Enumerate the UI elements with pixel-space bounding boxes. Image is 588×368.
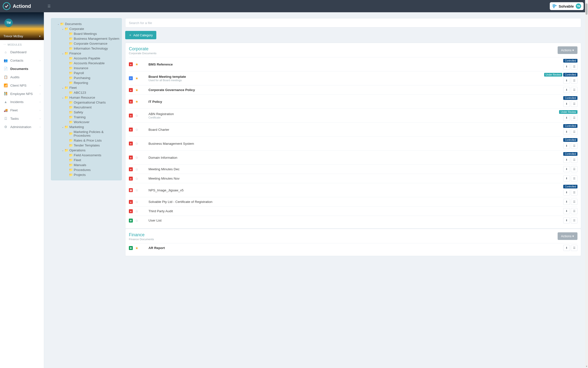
details-button[interactable]: ☰ bbox=[571, 245, 577, 251]
tree-item[interactable]: 📁Accounts Receivable bbox=[52, 61, 121, 66]
doc-name[interactable]: Third Party Audit bbox=[148, 209, 561, 213]
doc-name[interactable]: Meeting Minutes Dec bbox=[148, 167, 561, 171]
details-button[interactable]: ☰ bbox=[571, 129, 577, 135]
download-button[interactable]: ⬇ bbox=[563, 101, 570, 107]
download-button[interactable]: ⬇ bbox=[563, 87, 570, 93]
download-button[interactable]: ⬇ bbox=[563, 129, 570, 135]
actions-button[interactable]: Actions ▾ bbox=[558, 232, 577, 240]
add-category-button[interactable]: ＋ Add Category bbox=[125, 31, 156, 39]
details-button[interactable]: ☰ bbox=[571, 189, 577, 196]
download-button[interactable]: ⬇ bbox=[563, 245, 570, 251]
tree-item[interactable]: ⌄📁Corporate bbox=[52, 26, 121, 31]
star-icon[interactable]: ★ bbox=[135, 76, 139, 80]
sidebar-item-audits[interactable]: 📋 Audits bbox=[0, 73, 44, 81]
download-button[interactable]: ⬇ bbox=[563, 166, 570, 172]
star-icon[interactable]: ★ bbox=[135, 100, 139, 104]
tree-item[interactable]: ⌄📁Fleet bbox=[52, 85, 121, 90]
star-icon[interactable]: ☆ bbox=[135, 219, 139, 223]
doc-name[interactable]: Meeting Minutes Nov bbox=[148, 177, 561, 180]
tree-item[interactable]: 📁Procedures bbox=[52, 167, 121, 172]
sidebar-item-incidents[interactable]: ▲ Incidents › bbox=[0, 98, 44, 106]
tree-item[interactable]: 📁Manuals bbox=[52, 162, 121, 167]
menu-toggle-icon[interactable]: ☰ bbox=[48, 4, 51, 8]
sidebar-item-employee-nps[interactable]: 🧑‍🤝‍🧑 Employee NPS › bbox=[0, 90, 44, 98]
category-title[interactable]: Finance bbox=[129, 232, 154, 237]
details-button[interactable]: ☰ bbox=[571, 199, 577, 205]
details-button[interactable]: ☰ bbox=[571, 115, 577, 121]
doc-name[interactable]: Business Management System bbox=[148, 142, 561, 145]
details-button[interactable]: ☰ bbox=[571, 157, 577, 163]
details-button[interactable]: ☰ bbox=[571, 64, 577, 70]
details-button[interactable]: ☰ bbox=[571, 101, 577, 107]
details-button[interactable]: ☰ bbox=[571, 87, 577, 93]
scroll-thumb[interactable] bbox=[586, 3, 588, 15]
tree-item[interactable]: 📁Marketing Policies & Procedures bbox=[52, 129, 121, 138]
tree-item[interactable]: 📁Workcover bbox=[52, 119, 121, 124]
details-button[interactable]: ☰ bbox=[571, 175, 577, 182]
tree-item[interactable]: 📁Purchasing bbox=[52, 75, 121, 80]
sidebar-item-contacts[interactable]: 👥 Contacts › bbox=[0, 56, 44, 65]
doc-name[interactable]: AR Report bbox=[148, 246, 561, 250]
doc-name[interactable]: ABN Registration bbox=[148, 112, 557, 116]
tree-item[interactable]: 📁Training bbox=[52, 115, 121, 119]
tree-item[interactable]: 📁Corporate Governance bbox=[52, 41, 121, 46]
sidebar-item-fleet[interactable]: 🚚 Fleet › bbox=[0, 106, 44, 114]
star-icon[interactable]: ☆ bbox=[135, 128, 139, 131]
download-button[interactable]: ⬇ bbox=[563, 157, 570, 163]
doc-name[interactable]: BMS Reference bbox=[148, 63, 561, 66]
star-icon[interactable]: ☆ bbox=[135, 167, 139, 171]
star-icon[interactable]: ☆ bbox=[135, 114, 139, 118]
star-icon[interactable]: ★ bbox=[135, 62, 139, 66]
tree-item[interactable]: 📁Organisational Charts bbox=[52, 100, 121, 105]
details-button[interactable]: ☰ bbox=[571, 78, 577, 84]
sidebar-item-administration[interactable]: ⚙ Administration › bbox=[0, 123, 44, 131]
search-input[interactable] bbox=[129, 21, 577, 25]
category-title[interactable]: Corporate bbox=[129, 46, 157, 52]
doc-name[interactable]: NPS_Image_Jigsaw_v5 bbox=[148, 188, 561, 192]
tree-item[interactable]: ⌄📁Marketing bbox=[52, 124, 121, 129]
tree-item[interactable]: 📁Information Technology bbox=[52, 46, 121, 51]
sidebar-item-client-nps[interactable]: 📶 Client NPS › bbox=[0, 81, 44, 90]
doc-name[interactable]: Solvable Pty Ltd - Certificate of Regist… bbox=[148, 200, 561, 204]
doc-name[interactable]: Board Charter bbox=[148, 128, 561, 131]
star-icon[interactable]: ☆ bbox=[135, 209, 139, 213]
tree-item[interactable]: 📁Payroll bbox=[52, 70, 121, 75]
tree-item[interactable]: 📁Field Assessments bbox=[52, 153, 121, 158]
tree-item[interactable]: 📁Projects bbox=[52, 172, 121, 177]
download-button[interactable]: ⬇ bbox=[563, 78, 570, 84]
doc-name[interactable]: Board Meeting template bbox=[148, 75, 542, 79]
download-button[interactable]: ⬇ bbox=[563, 115, 570, 121]
tree-item[interactable]: ⌄📁Documents bbox=[52, 21, 121, 26]
tree-item[interactable]: ⌄📁Human Resource bbox=[52, 95, 121, 100]
tree-item[interactable]: 📁Recruitment bbox=[52, 105, 121, 110]
tree-item[interactable]: ⌄📁Finance bbox=[52, 51, 121, 56]
details-button[interactable]: ☰ bbox=[571, 143, 577, 149]
sidebar-item-documents[interactable]: 📄 Documents bbox=[0, 65, 44, 73]
search-box[interactable] bbox=[125, 18, 581, 27]
star-icon[interactable]: ☆ bbox=[135, 156, 139, 159]
star-icon[interactable]: ★ bbox=[135, 246, 139, 250]
doc-name[interactable]: User List bbox=[148, 219, 561, 222]
tree-item[interactable]: 📁Tender Templates bbox=[52, 143, 121, 148]
star-icon[interactable]: ☆ bbox=[135, 177, 139, 181]
download-button[interactable]: ⬇ bbox=[563, 199, 570, 205]
scroll-down-icon[interactable]: ▾ bbox=[586, 365, 588, 368]
download-button[interactable]: ⬇ bbox=[563, 217, 570, 223]
details-button[interactable]: ☰ bbox=[571, 208, 577, 214]
partner-badge[interactable]: Solvable TM bbox=[550, 2, 584, 10]
actions-button[interactable]: Actions ▾ bbox=[558, 46, 577, 54]
doc-name[interactable]: Corporate Governance Policy bbox=[148, 88, 561, 92]
star-icon[interactable]: ☆ bbox=[135, 188, 139, 192]
tree-item[interactable]: 📁Business Management System bbox=[52, 36, 121, 41]
star-icon[interactable]: ☆ bbox=[135, 200, 139, 204]
tree-item[interactable]: 📁Insurance bbox=[52, 66, 121, 70]
doc-name[interactable]: IT Policy bbox=[148, 100, 561, 104]
tree-item[interactable]: 📁Safety bbox=[52, 110, 121, 115]
tree-item[interactable]: 📁Board Meetings bbox=[52, 31, 121, 36]
tree-item[interactable]: 📁Rates & Price Lists bbox=[52, 138, 121, 143]
tree-item[interactable]: 📁Reporting bbox=[52, 80, 121, 85]
download-button[interactable]: ⬇ bbox=[563, 189, 570, 196]
tree-item[interactable]: 📁Fleet bbox=[52, 158, 121, 162]
star-icon[interactable]: ★ bbox=[135, 88, 139, 92]
download-button[interactable]: ⬇ bbox=[563, 175, 570, 182]
